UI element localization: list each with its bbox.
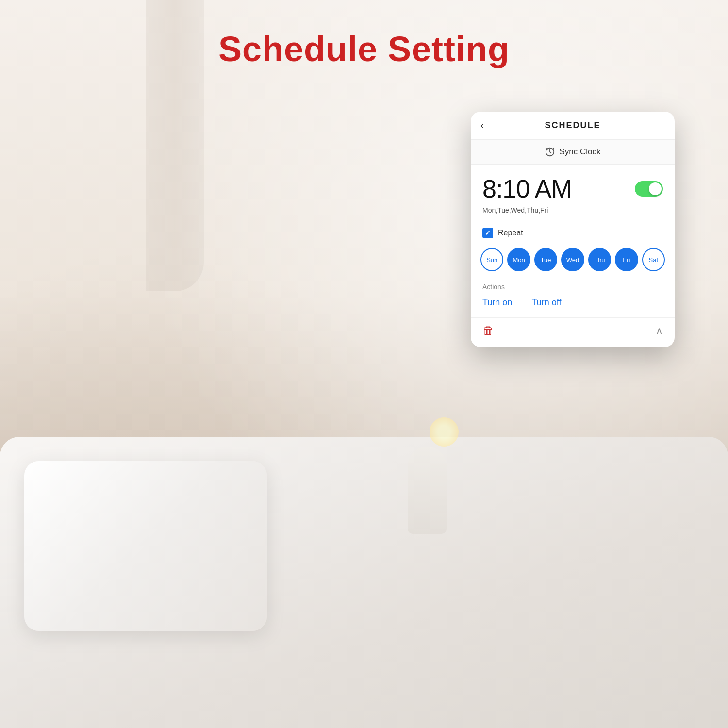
card-header: ‹ SCHEDULE [471, 112, 675, 140]
day-pill-tue[interactable]: Tue [534, 248, 557, 271]
schedule-app-card: ‹ SCHEDULE Sync Clock 8:10 AM Mon,Tue,We… [471, 112, 675, 347]
action-buttons-row: Turn on Turn off [482, 296, 663, 310]
time-section: 8:10 AM Mon,Tue,Wed,Thu,Fri [471, 165, 675, 222]
day-pill-sun[interactable]: Sun [480, 248, 503, 271]
collapse-button[interactable]: ∧ [656, 325, 663, 336]
actions-label: Actions [482, 283, 663, 291]
check-icon: ✓ [485, 229, 491, 237]
repeat-row: ✓ Repeat [471, 222, 675, 244]
day-pill-wed[interactable]: Wed [561, 248, 584, 271]
page-title: Schedule Setting [0, 29, 728, 69]
turn-off-button[interactable]: Turn off [531, 296, 561, 310]
day-pill-mon[interactable]: Mon [507, 248, 530, 271]
active-days-label: Mon,Tue,Wed,Thu,Fri [482, 206, 663, 214]
day-pill-thu[interactable]: Thu [588, 248, 611, 271]
sync-clock-label: Sync Clock [559, 147, 600, 157]
toggle-knob [649, 182, 662, 195]
days-row: SunMonTueWedThuFriSat [471, 244, 675, 279]
day-pill-sat[interactable]: Sat [642, 248, 665, 271]
pillow-decoration [24, 461, 267, 631]
repeat-label: Repeat [498, 229, 523, 237]
flower-decoration [430, 417, 459, 447]
screen-title: SCHEDULE [545, 120, 600, 131]
back-button[interactable]: ‹ [480, 119, 484, 132]
time-row: 8:10 AM [482, 174, 663, 203]
bottom-row: 🗑 ∧ [471, 317, 675, 347]
day-pill-fri[interactable]: Fri [615, 248, 638, 271]
lamp-decoration [408, 447, 447, 534]
delete-button[interactable]: 🗑 [482, 324, 494, 337]
sync-clock-row[interactable]: Sync Clock [471, 140, 675, 165]
actions-section: Actions Turn on Turn off [471, 279, 675, 317]
schedule-toggle[interactable] [635, 181, 663, 197]
repeat-checkbox[interactable]: ✓ [482, 228, 493, 238]
time-display[interactable]: 8:10 AM [482, 174, 572, 203]
turn-on-button[interactable]: Turn on [482, 296, 512, 310]
clock-sync-icon [545, 147, 555, 157]
